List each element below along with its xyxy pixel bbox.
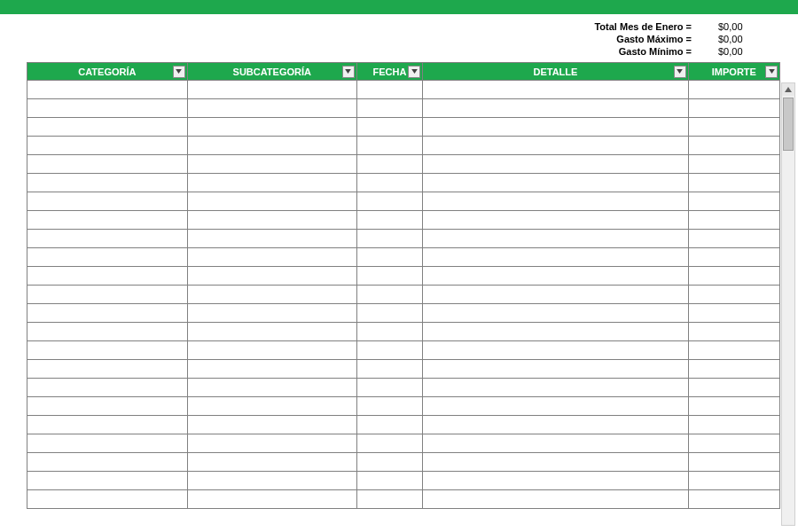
table-cell[interactable] — [423, 267, 689, 286]
table-cell[interactable] — [423, 286, 689, 304]
table-cell[interactable] — [688, 397, 779, 416]
table-cell[interactable] — [187, 99, 356, 118]
table-cell[interactable] — [187, 453, 356, 472]
table-cell[interactable] — [187, 155, 356, 174]
table-cell[interactable] — [423, 192, 689, 211]
table-cell[interactable] — [27, 230, 188, 248]
filter-dropdown-icon[interactable] — [342, 66, 355, 78]
table-cell[interactable] — [423, 174, 689, 192]
table-cell[interactable] — [356, 267, 422, 286]
table-cell[interactable] — [27, 137, 188, 155]
table-cell[interactable] — [356, 155, 422, 174]
table-cell[interactable] — [356, 81, 422, 99]
table-cell[interactable] — [356, 490, 422, 509]
table-cell[interactable] — [187, 267, 356, 286]
table-cell[interactable] — [27, 472, 188, 490]
table-cell[interactable] — [27, 453, 188, 472]
table-cell[interactable] — [688, 211, 779, 230]
table-cell[interactable] — [27, 81, 188, 99]
table-cell[interactable] — [688, 137, 779, 155]
table-cell[interactable] — [423, 81, 689, 99]
table-cell[interactable] — [187, 174, 356, 192]
filter-dropdown-icon[interactable] — [408, 66, 420, 78]
filter-dropdown-icon[interactable] — [765, 66, 778, 78]
table-cell[interactable] — [187, 230, 356, 248]
table-cell[interactable] — [688, 304, 779, 323]
table-cell[interactable] — [187, 192, 356, 211]
table-cell[interactable] — [187, 248, 356, 267]
table-cell[interactable] — [356, 192, 422, 211]
table-cell[interactable] — [688, 453, 779, 472]
table-cell[interactable] — [187, 416, 356, 434]
table-cell[interactable] — [27, 248, 188, 267]
table-cell[interactable] — [688, 472, 779, 490]
table-cell[interactable] — [356, 118, 422, 137]
table-cell[interactable] — [688, 267, 779, 286]
scroll-up-arrow[interactable] — [782, 83, 794, 96]
table-cell[interactable] — [688, 416, 779, 434]
table-cell[interactable] — [356, 211, 422, 230]
table-cell[interactable] — [27, 416, 188, 434]
table-cell[interactable] — [356, 416, 422, 434]
table-cell[interactable] — [27, 323, 188, 341]
table-cell[interactable] — [688, 81, 779, 99]
table-cell[interactable] — [27, 211, 188, 230]
table-cell[interactable] — [187, 341, 356, 360]
table-cell[interactable] — [688, 434, 779, 453]
table-cell[interactable] — [27, 192, 188, 211]
table-cell[interactable] — [27, 155, 188, 174]
table-cell[interactable] — [27, 286, 188, 304]
table-cell[interactable] — [27, 174, 188, 192]
table-cell[interactable] — [423, 211, 689, 230]
table-cell[interactable] — [688, 341, 779, 360]
table-cell[interactable] — [356, 99, 422, 118]
table-cell[interactable] — [187, 304, 356, 323]
table-cell[interactable] — [27, 379, 188, 397]
table-cell[interactable] — [423, 434, 689, 453]
table-cell[interactable] — [27, 341, 188, 360]
table-cell[interactable] — [27, 360, 188, 379]
table-cell[interactable] — [187, 379, 356, 397]
table-cell[interactable] — [27, 267, 188, 286]
scroll-thumb[interactable] — [783, 98, 794, 151]
table-cell[interactable] — [688, 118, 779, 137]
table-cell[interactable] — [27, 118, 188, 137]
table-cell[interactable] — [356, 379, 422, 397]
table-cell[interactable] — [688, 286, 779, 304]
table-cell[interactable] — [688, 490, 779, 509]
table-cell[interactable] — [688, 155, 779, 174]
filter-dropdown-icon[interactable] — [173, 66, 185, 78]
table-cell[interactable] — [187, 360, 356, 379]
table-cell[interactable] — [356, 323, 422, 341]
table-cell[interactable] — [187, 434, 356, 453]
table-cell[interactable] — [423, 99, 689, 118]
table-cell[interactable] — [187, 323, 356, 341]
table-cell[interactable] — [688, 230, 779, 248]
table-cell[interactable] — [356, 434, 422, 453]
table-cell[interactable] — [688, 174, 779, 192]
table-cell[interactable] — [187, 490, 356, 509]
table-cell[interactable] — [356, 137, 422, 155]
table-cell[interactable] — [423, 155, 689, 174]
table-cell[interactable] — [688, 379, 779, 397]
table-cell[interactable] — [356, 341, 422, 360]
table-cell[interactable] — [356, 397, 422, 416]
table-cell[interactable] — [27, 490, 188, 509]
table-cell[interactable] — [27, 304, 188, 323]
table-cell[interactable] — [688, 248, 779, 267]
table-cell[interactable] — [423, 360, 689, 379]
table-cell[interactable] — [356, 174, 422, 192]
table-cell[interactable] — [688, 99, 779, 118]
table-cell[interactable] — [423, 137, 689, 155]
table-cell[interactable] — [423, 490, 689, 509]
table-cell[interactable] — [688, 323, 779, 341]
table-cell[interactable] — [27, 434, 188, 453]
table-cell[interactable] — [356, 472, 422, 490]
table-cell[interactable] — [688, 192, 779, 211]
table-cell[interactable] — [356, 360, 422, 379]
table-cell[interactable] — [187, 397, 356, 416]
table-cell[interactable] — [423, 118, 689, 137]
table-cell[interactable] — [187, 211, 356, 230]
filter-dropdown-icon[interactable] — [674, 66, 686, 78]
table-cell[interactable] — [356, 453, 422, 472]
